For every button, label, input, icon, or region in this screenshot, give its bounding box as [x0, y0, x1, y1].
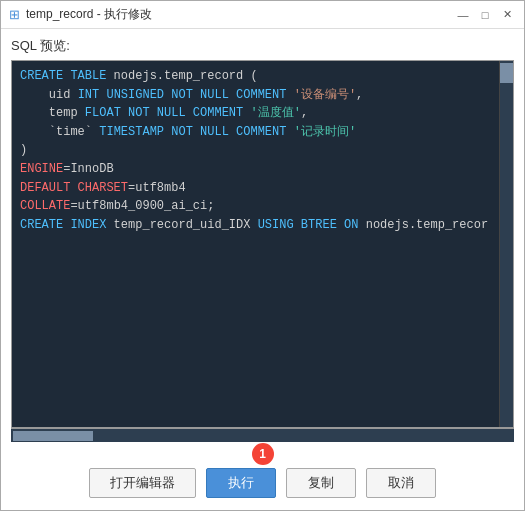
maximize-button[interactable]: □	[476, 6, 494, 24]
window-icon: ⊞	[9, 7, 20, 22]
copy-button[interactable]: 复制	[286, 468, 356, 498]
horizontal-scrollbar[interactable]	[11, 429, 500, 442]
scrollbar-bottom-area	[11, 428, 514, 442]
notification-badge: 1	[252, 443, 274, 465]
scroll-thumb-vertical[interactable]	[500, 63, 513, 83]
window-title: temp_record - 执行修改	[26, 6, 152, 23]
open-editor-button[interactable]: 打开编辑器	[89, 468, 196, 498]
execute-button[interactable]: 执行	[206, 468, 276, 498]
scroll-thumb-horizontal[interactable]	[13, 431, 93, 441]
vertical-scrollbar[interactable]	[499, 61, 513, 427]
title-bar-controls: — □ ✕	[454, 6, 516, 24]
title-bar: ⊞ temp_record - 执行修改 — □ ✕	[1, 1, 524, 29]
title-bar-left: ⊞ temp_record - 执行修改	[9, 6, 152, 23]
section-label: SQL 预览:	[11, 37, 514, 55]
content-area: SQL 预览: CREATE TABLE nodejs.temp_record …	[1, 29, 524, 448]
notification-bar: 1	[1, 448, 524, 460]
scroll-corner	[500, 429, 514, 442]
footer-buttons: 打开编辑器 执行 复制 取消	[1, 460, 524, 510]
sql-content: CREATE TABLE nodejs.temp_record ( uid IN…	[12, 61, 499, 427]
close-button[interactable]: ✕	[498, 6, 516, 24]
sql-preview-box[interactable]: CREATE TABLE nodejs.temp_record ( uid IN…	[11, 60, 514, 428]
main-window: ⊞ temp_record - 执行修改 — □ ✕ SQL 预览: CREAT…	[0, 0, 525, 511]
minimize-button[interactable]: —	[454, 6, 472, 24]
cancel-button[interactable]: 取消	[366, 468, 436, 498]
